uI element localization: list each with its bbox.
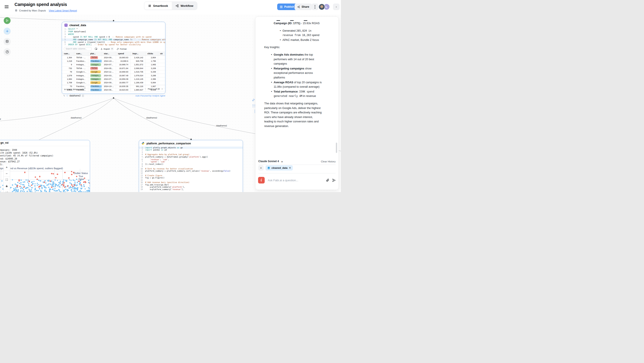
column-header[interactable]: cam...: [62, 52, 74, 56]
scatter-point-false: [34, 181, 35, 182]
scatter-point-false: [28, 180, 29, 181]
code-line[interactable]: 6 AND spend > {{spend_limit}} -- Keep on…: [62, 41, 166, 44]
code-line[interactable]: 17fig.add_trace(go.Bar(: [139, 184, 243, 186]
code-line[interactable]: 18 y=platform_summary['platform'],: [139, 186, 243, 188]
attach-file-button[interactable]: [326, 178, 330, 182]
code-line[interactable]: 3WHERE: [62, 33, 166, 36]
column-header[interactable]: impr...: [130, 52, 146, 56]
scatter-point-false: [70, 189, 72, 191]
code-line[interactable]: 13# Create figure: [139, 174, 243, 177]
code-line[interactable]: 15: [139, 179, 243, 181]
scatter-point-false: [44, 190, 46, 192]
scatter-point-true: [55, 177, 56, 178]
avatar-user-photo[interactable]: [318, 4, 325, 10]
remove-context-icon[interactable]: ✕: [289, 166, 291, 169]
data-sources-button[interactable]: [4, 38, 10, 45]
table-cell: 19,967.49: [116, 74, 130, 77]
code-line[interactable]: 8}).reset_index(): [139, 163, 243, 165]
scatter-point-false: [53, 183, 54, 184]
assistant-message-scroll[interactable]: Campaign (ID: 1771) - 15.63x ROASGenerat…: [256, 17, 338, 157]
zoom-out-button[interactable]: −: [4, 170, 10, 177]
help-button[interactable]: [4, 48, 10, 55]
code-line[interactable]: 4 spend IS NOT NULL AND spend > 0 -- Rem…: [62, 36, 166, 39]
column-header[interactable]: star...: [102, 52, 116, 56]
axes-lock-button[interactable]: [4, 183, 10, 189]
scrollbar-thumb[interactable]: [336, 143, 337, 153]
prev-page-button[interactable]: ‹: [145, 88, 146, 90]
column-header[interactable]: plat...: [88, 52, 102, 56]
panel-drag-handle[interactable]: [252, 104, 256, 108]
context-chip-cleaned-data[interactable]: sql cleaned_data ✕: [266, 165, 293, 171]
table-cell: 1,795: [146, 59, 158, 63]
python-code-editor[interactable]: 1import plotly.graph_objects as go2impor…: [139, 147, 243, 191]
sql-node-cleaned-data[interactable]: cleaned_data 1⌄SELECT *2FROM dataframe13…: [62, 22, 166, 94]
sql-node-header[interactable]: cleaned_data: [62, 22, 165, 28]
code-line[interactable]: 19 x=platform_summary['revenue'],: [139, 188, 243, 191]
table-cell: Instagra...: [88, 63, 102, 66]
code-line[interactable]: 6 'revenue': 'sum',: [139, 158, 243, 161]
dataframe-chip-handle[interactable]: [82, 94, 84, 97]
scatter-point-false: [89, 188, 90, 189]
view-latest-smart-report-link[interactable]: View Latest Smart Report: [49, 9, 77, 12]
node-input-anchor[interactable]: [113, 20, 114, 21]
column-header[interactable]: ctr: [158, 52, 166, 56]
node-output-anchor[interactable]: [113, 97, 114, 99]
tab-smartbook[interactable]: Smartbook: [144, 2, 172, 10]
python-node-platform-performance[interactable]: platform_performance_comparison 1import …: [139, 140, 243, 192]
code-line[interactable]: 2FROM dataframe1: [62, 31, 166, 33]
scatter-point-false: [15, 183, 16, 185]
code-line[interactable]: 1⌄SELECT *: [62, 28, 166, 31]
python-node-header[interactable]: platform_performance_comparison: [139, 140, 243, 146]
format-button[interactable]: Format: [117, 48, 126, 50]
dataframe-output-chip[interactable]: ↳ dataframe2: [63, 94, 84, 97]
run-workflow-button[interactable]: [4, 17, 10, 24]
menu-button[interactable]: [4, 5, 8, 8]
code-line[interactable]: 3: [139, 151, 243, 153]
column-header[interactable]: spend: [116, 52, 130, 56]
tab-workflow[interactable]: Workflow: [172, 2, 197, 10]
pin-panel-icon[interactable]: [252, 98, 255, 102]
code-line[interactable]: 7 'spend': 'sum': [139, 161, 243, 163]
code-line[interactable]: 14fig = go.Figure(): [139, 177, 243, 179]
python-node-input-anchor[interactable]: [190, 139, 192, 140]
clear-history-button[interactable]: Clear History: [321, 160, 336, 163]
panel-resize-handle[interactable]: [254, 109, 255, 113]
column-header[interactable]: clicks: [146, 52, 158, 56]
code-line[interactable]: 5 AND campaign_name IS NOT NULL AND camp…: [62, 39, 166, 41]
auto-focus-note: Auto-Focused by Analyst Agent: [123, 95, 165, 97]
model-selector[interactable]: Claude Sonnet 4 ▲: [258, 160, 283, 163]
table-cell: 1,019,735: [130, 70, 146, 74]
code-line[interactable]: 5⌄platform_summary = dataframe2.groupby(…: [139, 156, 243, 158]
shuffle-button[interactable]: [4, 189, 10, 192]
code-line[interactable]: 10# Sort by revenue for better visualiza…: [139, 168, 243, 170]
export-options-chevron[interactable]: ▾: [111, 48, 114, 50]
search-table-columns-input[interactable]: [64, 47, 92, 51]
notifications-button[interactable]: [333, 4, 340, 10]
code-line[interactable]: 4# Aggregate data by platform (ad group): [139, 153, 243, 156]
more-options-button[interactable]: [312, 4, 318, 10]
format-label: Format: [120, 48, 126, 50]
toggle-columns-panel-button[interactable]: [95, 48, 97, 50]
share-button[interactable]: Share: [294, 4, 312, 10]
export-button[interactable]: Export ▾: [100, 48, 114, 50]
publish-button[interactable]: Publish: [277, 4, 297, 10]
ask-question-input[interactable]: [267, 178, 323, 182]
legend-item-false[interactable]: False: [74, 178, 88, 181]
add-node-button[interactable]: [4, 28, 10, 35]
code-line[interactable]: 9: [139, 165, 243, 167]
next-page-button[interactable]: ›: [162, 88, 162, 90]
column-header[interactable]: cam...: [74, 52, 88, 56]
sql-code-editor[interactable]: 1⌄SELECT *2FROM dataframe13WHERE4 spend …: [62, 28, 166, 46]
code-line[interactable]: 7ORDER BY spend DESC; -- Order by spend …: [62, 44, 166, 46]
zoom-in-button[interactable]: +: [4, 164, 10, 170]
code-line[interactable]: 2import pandas as pd: [139, 149, 243, 151]
scatter-point-false: [77, 182, 78, 183]
code-line[interactable]: 16# Add revenue bars (positive direction…: [139, 181, 243, 183]
code-line[interactable]: 11platform_summary = platform_summary.so…: [139, 170, 243, 172]
code-line[interactable]: 1import plotly.graph_objects as go: [139, 147, 243, 149]
code-line[interactable]: 12: [139, 172, 243, 174]
autoscale-button[interactable]: [4, 177, 10, 183]
send-button[interactable]: [332, 178, 336, 182]
legend-item-true[interactable]: True: [74, 175, 88, 178]
add-context-button[interactable]: +: [258, 165, 264, 171]
